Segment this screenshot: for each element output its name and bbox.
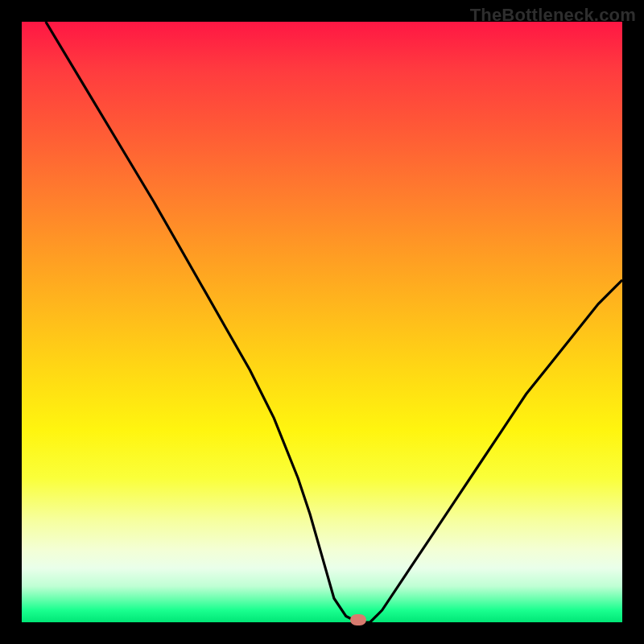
curve-line [46,22,622,622]
bottleneck-curve [22,22,622,622]
optimal-point-marker [350,614,366,625]
